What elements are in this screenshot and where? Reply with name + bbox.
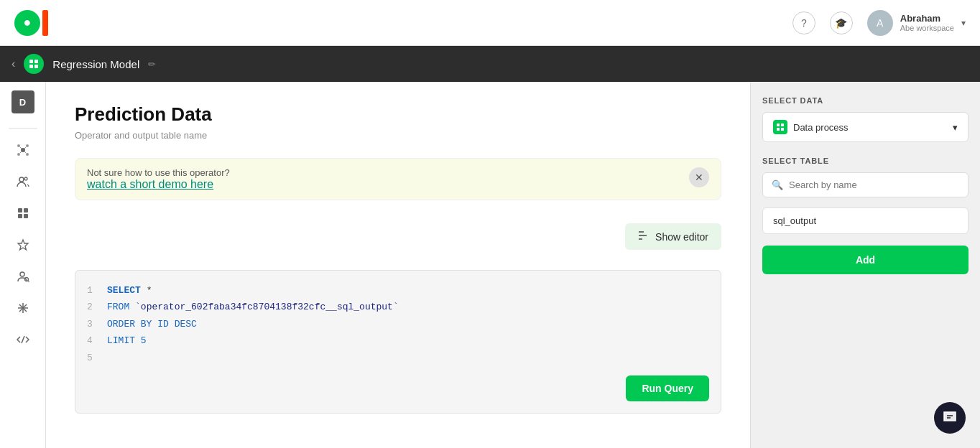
svg-point-13 [19,177,24,182]
table-item[interactable]: sql_output [762,207,969,234]
select-data-label: SELECT DATA [762,96,969,105]
right-panel: SELECT DATA Data process ▾ SELECT TABLE … [750,82,980,448]
top-bar-right: ? 🎓 A Abraham Abe workspace ▾ [792,10,966,36]
lines-icon [638,230,650,243]
svg-point-20 [20,272,24,276]
user-workspace: Abe workspace [900,24,954,32]
svg-rect-3 [34,65,38,68]
svg-rect-15 [18,208,22,213]
data-process-icon [773,120,787,134]
svg-rect-1 [34,60,38,63]
svg-line-22 [28,281,29,282]
search-input[interactable] [789,179,959,190]
svg-rect-16 [24,208,28,213]
code-line-5: 5 [87,350,709,366]
sidebar-item-code[interactable] [10,327,36,353]
sidebar-avatar: D [11,90,34,113]
sidebar-item-search-people[interactable] [10,263,36,289]
data-process-dropdown[interactable]: Data process ▾ [762,112,969,142]
add-button[interactable]: Add [762,246,969,274]
operator-title: Regression Model [52,58,139,70]
sidebar-item-grid[interactable] [10,200,36,226]
svg-marker-19 [18,240,28,250]
code-editor[interactable]: 1 SELECT * 2 FROM `operator_602faba34fc8… [75,270,721,414]
svg-point-14 [24,177,27,180]
second-bar: ‹ Regression Model ✏ [0,46,980,82]
svg-point-6 [26,144,29,147]
sidebar-item-nodes[interactable] [10,137,36,163]
top-bar: ● ? 🎓 A Abraham Abe workspace ▾ [0,0,980,46]
learn-button[interactable]: 🎓 [830,11,853,34]
show-editor-button[interactable]: Show editor [625,223,721,250]
logo: ● [14,10,48,36]
info-banner: Not sure how to use this operator? watch… [75,158,721,200]
code-line-1: 1 SELECT * [87,282,709,299]
sidebar-item-star[interactable] [10,232,36,258]
back-button[interactable]: ‹ [11,57,15,70]
search-box: 🔍 [762,172,969,197]
svg-rect-17 [18,214,22,218]
svg-line-27 [22,336,24,343]
svg-rect-31 [777,123,780,126]
data-process-label: Data process [793,122,849,133]
user-info: Abraham Abe workspace [900,13,954,32]
close-icon: ✕ [695,172,703,183]
sidebar-item-users[interactable] [10,169,36,195]
user-area[interactable]: A Abraham Abe workspace ▾ [867,10,966,36]
edit-icon[interactable]: ✏ [148,59,156,70]
svg-point-5 [17,144,20,147]
run-query-button[interactable]: Run Query [626,375,709,401]
code-line-3: 3 ORDER BY ID DESC [87,316,709,332]
svg-line-12 [24,151,26,153]
svg-point-7 [17,153,20,156]
user-name: Abraham [900,13,954,24]
select-table-label: SELECT TABLE [762,157,969,165]
svg-rect-0 [29,60,33,63]
search-icon: 🔍 [772,179,783,190]
logo-circle: ● [14,10,40,36]
dropdown-inner: Data process [773,120,849,134]
logo-bar [42,10,48,36]
svg-rect-34 [781,128,784,131]
left-sidebar: D [0,82,46,448]
info-text: Not sure how to use this operator? watch… [87,167,230,191]
svg-rect-33 [777,128,780,131]
svg-line-11 [20,151,22,153]
demo-link[interactable]: watch a short demo here [87,178,213,190]
main-content: Prediction Data Operator and output tabl… [46,82,750,448]
help-button[interactable]: ? [792,11,815,34]
page-subtitle: Operator and output table name [75,130,721,141]
sidebar-item-snowflake[interactable] [10,295,36,321]
svg-line-10 [24,147,26,149]
chat-bubble[interactable] [934,402,966,434]
sidebar-divider [9,128,37,129]
operator-icon [24,54,44,74]
close-button[interactable]: ✕ [689,167,709,187]
avatar: A [867,10,893,36]
page-title: Prediction Data [75,103,721,126]
svg-point-8 [26,153,29,156]
chevron-down-icon: ▾ [961,18,966,28]
code-line-2: 2 FROM `operator_602faba34fc8704138f32cf… [87,299,709,315]
svg-line-9 [20,147,22,149]
info-main-text: Not sure how to use this operator? [87,167,230,178]
graduation-icon: 🎓 [835,17,847,29]
code-line-4: 4 LIMIT 5 [87,332,709,349]
svg-rect-18 [24,214,28,218]
svg-rect-2 [29,65,33,68]
dropdown-chevron-icon: ▾ [953,122,958,133]
svg-rect-32 [781,123,784,126]
help-icon: ? [801,17,807,29]
